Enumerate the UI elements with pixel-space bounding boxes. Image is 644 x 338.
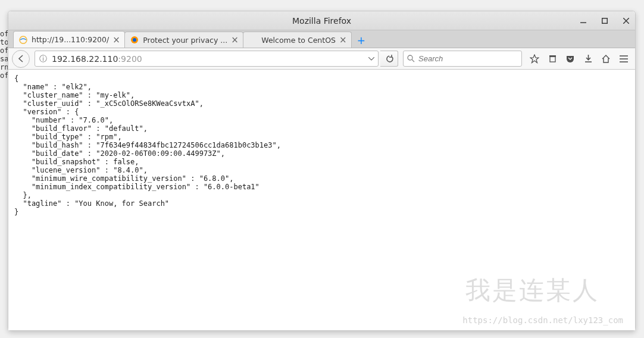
page-content[interactable]: { "name" : "elk2", "cluster_name" : "my-… xyxy=(8,70,635,330)
menu-icon[interactable] xyxy=(616,51,632,67)
tab-2[interactable]: Welcome to CentOS × xyxy=(243,32,352,48)
home-icon[interactable] xyxy=(598,51,614,67)
search-input[interactable] xyxy=(418,54,519,63)
close-button[interactable] xyxy=(621,15,632,26)
background-text: of to of sa rn of xyxy=(0,30,8,80)
nav-toolbar: ⓘ 192.168.22.110:9200 xyxy=(8,48,635,70)
identity-icon[interactable]: ⓘ xyxy=(35,54,51,64)
url-dropdown-icon[interactable] xyxy=(365,57,378,61)
search-icon xyxy=(407,55,415,62)
tab-close-icon[interactable]: × xyxy=(339,36,348,44)
firefox-icon xyxy=(130,35,139,45)
window-titlebar: Mozilla Firefox xyxy=(8,11,635,30)
bookmark-star-icon[interactable] xyxy=(527,51,542,67)
url-bar[interactable]: ⓘ 192.168.22.110:9200 xyxy=(35,51,379,67)
svg-rect-1 xyxy=(602,18,608,23)
watermark-sub: https://blog.csdn.net/lxy123_com xyxy=(462,316,623,324)
pocket-icon[interactable] xyxy=(562,51,578,67)
url-text: 192.168.22.110:9200 xyxy=(51,54,365,64)
new-tab-button[interactable]: + xyxy=(354,33,369,48)
tab-close-icon[interactable]: × xyxy=(231,36,239,44)
svg-point-6 xyxy=(408,55,412,60)
favicon-icon xyxy=(18,35,28,45)
tab-strip: http://19...110:9200/ × Protect your pri… xyxy=(8,30,635,48)
downloads-icon[interactable] xyxy=(580,51,596,67)
json-text: { "name" : "elk2", "cluster_name" : "my-… xyxy=(14,74,281,216)
window-title: Mozilla Firefox xyxy=(8,16,635,26)
reload-button[interactable] xyxy=(380,51,398,67)
tab-label: Welcome to CentOS xyxy=(261,36,336,45)
tab-0[interactable]: http://19...110:9200/ × xyxy=(13,31,125,48)
search-bar[interactable] xyxy=(403,51,522,67)
svg-rect-8 xyxy=(550,57,555,62)
favicon-icon xyxy=(248,35,258,45)
tab-label: Protect your privacy ... xyxy=(143,36,227,45)
back-button[interactable] xyxy=(12,50,30,68)
tab-close-icon[interactable]: × xyxy=(112,36,121,44)
watermark-main: 我是连某人 xyxy=(465,286,599,295)
svg-line-7 xyxy=(412,60,414,62)
minimize-button[interactable] xyxy=(578,15,589,26)
browser-window: Mozilla Firefox http://19...110:9200/ × xyxy=(8,11,636,331)
window-controls xyxy=(578,15,632,26)
maximize-button[interactable] xyxy=(599,15,610,26)
tab-1[interactable]: Protect your privacy ... × xyxy=(124,32,243,48)
library-icon[interactable] xyxy=(545,51,560,67)
tab-label: http://19...110:9200/ xyxy=(32,35,109,44)
svg-point-5 xyxy=(133,38,136,42)
svg-rect-9 xyxy=(549,55,556,57)
